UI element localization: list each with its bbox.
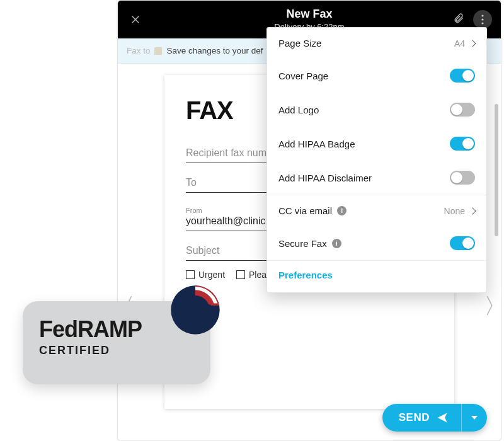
info-icon[interactable]: i [337,206,346,215]
hipaa-badge-toggle[interactable] [450,137,475,151]
cover-page-row: Cover Page [267,59,486,93]
send-button-group: SEND [382,404,487,432]
attachment-icon[interactable] [453,13,464,26]
hipaa-badge-row: Add HIPAA Badge [267,127,486,161]
add-logo-toggle[interactable] [450,103,475,117]
scrollbar[interactable] [495,104,498,403]
cover-page-toggle[interactable] [450,69,475,83]
preferences-link[interactable]: Preferences [278,270,333,280]
add-logo-row: Add Logo [267,93,486,127]
banner-icon [154,47,162,55]
fedramp-subtitle: CERTIFIED [39,344,194,357]
secure-fax-row: Secure Faxi [267,226,486,260]
secure-fax-toggle[interactable] [450,236,475,250]
urgent-checkbox[interactable]: Urgent [186,270,225,280]
close-icon[interactable] [127,11,144,28]
preferences-row: Preferences [267,260,486,292]
svg-point-0 [481,14,483,16]
send-icon [436,411,449,424]
window-title: New Fax [274,8,344,21]
fedramp-badge: FedRAMP CERTIFIED [23,301,210,384]
chevron-right-icon [469,207,476,214]
caret-down-icon [471,414,478,421]
send-button[interactable]: SEND [382,404,461,432]
scrollbar-thumb[interactable] [495,104,498,236]
options-panel: Page Size A4 Cover Page Add Logo Add HIP… [266,27,487,293]
hipaa-disclaimer-toggle[interactable] [450,171,475,185]
svg-point-1 [481,18,483,20]
banner-dim-prefix: Fax to [127,46,151,55]
fedramp-seal-icon [168,282,223,338]
banner-text: Save changes to your def [167,46,263,55]
chevron-right-icon [469,40,476,47]
info-icon[interactable]: i [332,239,341,248]
cc-email-row[interactable]: CC via emaili None [267,195,486,226]
svg-point-2 [481,22,483,24]
hipaa-disclaimer-row: Add HIPAA Disclaimer [267,161,486,195]
page-size-row[interactable]: Page Size A4 [267,28,486,59]
